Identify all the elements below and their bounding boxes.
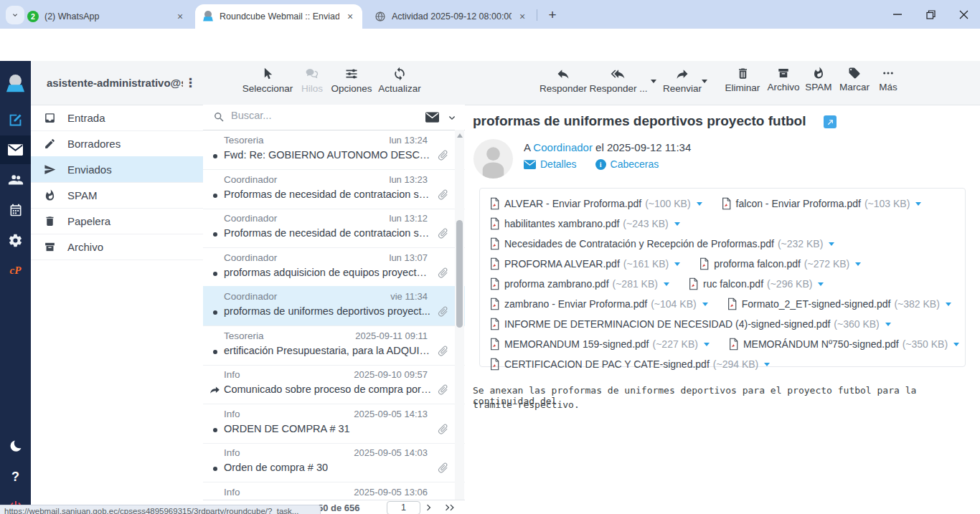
message-row[interactable]: Tesoreria 2025-09-11 09:11 ertificación … <box>203 325 465 366</box>
darkmode-button[interactable] <box>0 432 31 461</box>
settings-button[interactable] <box>0 226 31 254</box>
attachment-item[interactable]: Necesidades de Contratación y Recepción … <box>489 237 834 250</box>
attachment-menu-caret[interactable] <box>664 282 669 286</box>
message-row[interactable]: Info 2025-09-05 14:13 ORDEN DE COMPRA # … <box>203 404 465 444</box>
folder-item-papelera[interactable]: Papelera <box>31 208 203 234</box>
search-scope-mail-icon[interactable] <box>425 112 439 123</box>
search-input[interactable] <box>230 109 397 122</box>
attachment-menu-caret[interactable] <box>915 202 921 206</box>
attachment-item[interactable]: ruc falcon.pdf (~296 KB) <box>688 277 824 290</box>
attachment-menu-caret[interactable] <box>829 242 834 246</box>
restore-button[interactable] <box>914 0 947 29</box>
search-options-chevron-icon[interactable] <box>447 113 457 123</box>
attachment-item[interactable]: INFORME DE DETERMINACION DE NECESIDAD (4… <box>489 318 891 330</box>
refresh-button[interactable]: Actualizar <box>375 67 424 94</box>
message-sender: Coordinador <box>224 174 277 185</box>
scroll-up-icon[interactable] <box>457 133 463 138</box>
next-page-button[interactable] <box>424 503 434 513</box>
attachment-item[interactable]: proforma zambrano.pdf (~281 KB) <box>489 277 669 290</box>
select-button[interactable]: Seleccionar <box>240 67 295 94</box>
message-row[interactable]: Tesoreria lun 13:24 Fwd: Re: GOBIERNO AU… <box>203 130 465 170</box>
attachment-menu-caret[interactable] <box>702 303 708 306</box>
close-tab-icon[interactable]: × <box>344 10 357 23</box>
cpanel-button[interactable]: cP <box>0 256 31 285</box>
list-scrollbar[interactable] <box>455 130 464 514</box>
forward-button[interactable]: Reenviar <box>660 67 705 94</box>
close-tab-icon[interactable]: × <box>174 10 187 23</box>
attachment-menu-caret[interactable] <box>953 343 959 346</box>
attachment-menu-caret[interactable] <box>885 323 891 326</box>
attachment-item[interactable]: proforma falcon.pdf (~272 KB) <box>699 257 861 270</box>
last-page-button[interactable] <box>443 503 457 513</box>
message-row-selected[interactable]: Coordinador vie 11:34 proformas de unifo… <box>203 286 465 326</box>
attachment-menu-caret[interactable] <box>764 363 770 366</box>
attachment-item[interactable]: falcon - Enviar Proforma.pdf (~103 KB) <box>721 197 922 210</box>
calendar-button[interactable] <box>0 196 31 224</box>
mail-button[interactable] <box>0 135 31 164</box>
attachment-menu-caret[interactable] <box>674 262 680 266</box>
tab-roundcube[interactable]: Roundcube Webmail :: Enviados × <box>195 4 362 29</box>
message-row[interactable]: Info 2025-09-05 14:03 Orden de compra # … <box>203 442 465 482</box>
account-menu-icon[interactable]: ⋮ <box>184 75 197 90</box>
folder-item-enviados[interactable]: Enviados <box>31 156 203 183</box>
attachment-item[interactable]: MEMORÁNDUM Nº750-signed.pdf (~350 KB) <box>728 338 959 351</box>
attachment-name: falcon - Enviar Proforma.pdf <box>736 198 861 209</box>
open-in-new-window-icon[interactable] <box>824 115 837 128</box>
mark-button[interactable]: Marcar <box>837 67 872 92</box>
attachment-menu-caret[interactable] <box>704 343 710 346</box>
search-icon[interactable] <box>213 111 225 123</box>
archive-button[interactable]: Archivo <box>764 67 803 92</box>
attachment-name: proforma zambrano.pdf <box>504 278 609 290</box>
tab-whatsapp[interactable]: 2 (2) WhatsApp × <box>20 4 192 29</box>
forward-menu-caret[interactable] <box>702 80 707 83</box>
spam-button[interactable]: SPAM <box>803 67 834 92</box>
recipient-link[interactable]: Coordinador <box>533 141 593 153</box>
tab-title: Actividad 2025-09-12 08:00:00 <box>392 11 512 22</box>
attachment-item[interactable]: PROFORMA ALVEAR.pdf (~161 KB) <box>489 257 680 270</box>
details-link[interactable]: Detalles <box>540 158 577 170</box>
attachment-item[interactable]: habilitantes xambrano.pdf (~243 KB) <box>489 217 680 230</box>
attachment-item[interactable]: zambrano - Enviar Proforma.pdf (~104 KB) <box>489 298 708 310</box>
compose-button[interactable] <box>0 105 31 134</box>
reply-button[interactable]: Responder <box>538 67 588 94</box>
new-tab-button[interactable]: + <box>544 6 561 24</box>
message-row[interactable]: Info 2025-09-10 09:57 Comunicado sobre p… <box>203 364 465 404</box>
more-button[interactable]: Más <box>874 67 903 92</box>
options-button[interactable]: Opciones <box>329 67 374 94</box>
folder-item-borradores[interactable]: Borradores <box>31 130 203 157</box>
folder-item-entrada[interactable]: Entrada <box>31 105 203 131</box>
attachment-menu-caret[interactable] <box>674 222 680 226</box>
folder-item-archivo[interactable]: Archivo <box>31 234 203 260</box>
close-tab-icon[interactable]: × <box>516 10 529 23</box>
attachment-name: habilitantes xambrano.pdf <box>504 218 619 229</box>
attachment-name: INFORME DE DETERMINACION DE NECESIDAD (4… <box>504 318 830 330</box>
minimize-button[interactable] <box>881 0 914 29</box>
folder-item-spam[interactable]: SPAM <box>31 182 203 209</box>
reply-all-button[interactable]: Responder ... <box>585 67 651 94</box>
help-button[interactable]: ? <box>0 462 31 491</box>
scrollbar-thumb[interactable] <box>456 220 463 328</box>
attachment-menu-caret[interactable] <box>697 202 702 206</box>
roundcube-icon <box>202 11 214 22</box>
threads-button[interactable]: Hilos <box>299 67 325 94</box>
delete-button[interactable]: Eliminar <box>722 67 763 93</box>
attachment-item[interactable]: CERTIFICACION DE PAC Y CATE-signed.pdf (… <box>489 358 770 371</box>
attachment-item[interactable]: Formato_2_ET-signed-signed.pdf (~382 KB) <box>727 298 951 310</box>
contacts-button[interactable] <box>0 166 31 194</box>
account-header[interactable]: asistente-administrativo@sa... ⋮ <box>31 61 203 105</box>
cursor-icon <box>240 67 295 81</box>
headers-link[interactable]: Cabeceras <box>611 158 659 170</box>
close-window-button[interactable] <box>947 0 980 29</box>
reply-all-menu-caret[interactable] <box>651 80 656 83</box>
tab-actividad[interactable]: Actividad 2025-09-12 08:00:00 × <box>367 4 534 29</box>
message-row[interactable]: Coordinador lun 13:12 Proformas de neces… <box>203 208 465 248</box>
message-row[interactable]: Coordinador lun 13:07 proformas adquisic… <box>203 247 465 287</box>
attachment-menu-caret[interactable] <box>818 282 824 286</box>
message-row[interactable]: Coordinador lun 13:23 Proformas de neces… <box>203 169 465 209</box>
roundcube-logo[interactable] <box>0 67 31 101</box>
attachment-item[interactable]: MEMORANDUM 159-signed.pdf (~227 KB) <box>489 338 710 351</box>
page-number-box[interactable]: 1 <box>387 501 420 514</box>
attachment-menu-caret[interactable] <box>946 303 951 306</box>
attachment-menu-caret[interactable] <box>855 262 861 266</box>
attachment-item[interactable]: ALVEAR - Enviar Proforma.pdf (~100 KB) <box>489 197 702 210</box>
